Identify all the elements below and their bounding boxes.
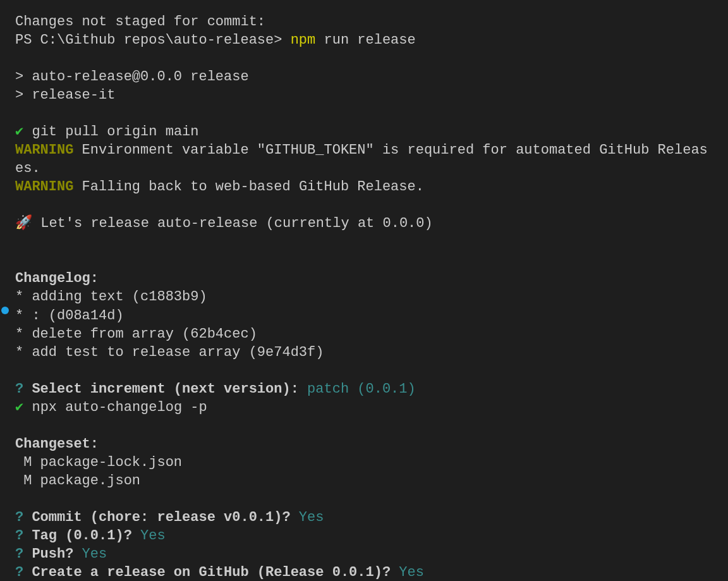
warning-prefix: WARNING bbox=[15, 179, 73, 195]
question-mark-icon: ? bbox=[15, 546, 23, 562]
npm-script-output-2: > release-it bbox=[15, 86, 728, 104]
release-banner: 🚀 Let's release auto-release (currently … bbox=[15, 214, 728, 233]
warning-1: WARNING Environment variable "GITHUB_TOK… bbox=[15, 141, 715, 178]
changelog-item: * adding text (c1883b9) bbox=[15, 288, 728, 306]
tag-prompt: ? Tag (0.0.1)? Yes bbox=[15, 527, 728, 545]
tag-prompt-answer: Yes bbox=[132, 528, 166, 544]
changes-not-staged-msg: Changes not staged for commit: bbox=[15, 13, 728, 31]
npx-changelog-line: ✔ npx auto-changelog -p bbox=[15, 398, 728, 417]
release-banner-msg: Let's release auto-release (currently at… bbox=[32, 216, 433, 231]
warning-2: WARNING Falling back to web-based GitHub… bbox=[15, 178, 728, 196]
commit-prompt-label: Commit (chore: release v0.0.1)? bbox=[23, 510, 290, 525]
check-icon: ✔ bbox=[15, 400, 23, 415]
question-mark-icon: ? bbox=[15, 510, 23, 525]
commit-prompt-answer: Yes bbox=[291, 510, 324, 525]
git-pull-cmd: git pull origin main bbox=[23, 124, 198, 140]
push-prompt-answer: Yes bbox=[73, 546, 107, 562]
ps-prompt: PS C:\Github repos\auto-release> bbox=[15, 32, 291, 48]
check-icon: ✔ bbox=[15, 124, 23, 140]
question-mark-icon: ? bbox=[15, 381, 23, 397]
push-prompt-label: Push? bbox=[23, 546, 73, 562]
git-pull-line: ✔ git pull origin main bbox=[15, 123, 728, 141]
changelog-item: * : (d08a14d) bbox=[15, 307, 728, 325]
question-mark-icon: ? bbox=[15, 528, 23, 544]
question-mark-icon: ? bbox=[15, 565, 23, 580]
push-prompt: ? Push? Yes bbox=[15, 545, 728, 563]
github-release-prompt-answer: Yes bbox=[391, 565, 424, 580]
run-release-arg: run release bbox=[315, 32, 415, 48]
warning-2-msg: Falling back to web-based GitHub Release… bbox=[73, 179, 424, 195]
github-release-prompt-label: Create a release on GitHub (Release 0.0.… bbox=[23, 565, 391, 580]
changeset-item: M package.json bbox=[15, 472, 728, 490]
tag-prompt-label: Tag (0.0.1)? bbox=[23, 528, 132, 544]
terminal-output[interactable]: Changes not staged for commit: PS C:\Git… bbox=[15, 13, 728, 581]
changelog-item: * add test to release array (9e74d3f) bbox=[15, 343, 728, 362]
rocket-icon: 🚀 bbox=[15, 216, 32, 231]
changeset-header: Changeset: bbox=[15, 435, 728, 453]
changelog-header: Changelog: bbox=[15, 269, 728, 288]
commit-prompt: ? Commit (chore: release v0.0.1)? Yes bbox=[15, 508, 728, 527]
npm-cmd: npm bbox=[291, 32, 316, 48]
breakpoint-dot-icon bbox=[1, 307, 9, 314]
warning-prefix: WARNING bbox=[15, 142, 73, 158]
ps-prompt-line: PS C:\Github repos\auto-release> npm run… bbox=[15, 31, 728, 49]
changelog-item: * delete from array (62b4cec) bbox=[15, 325, 728, 343]
select-increment-answer: patch (0.0.1) bbox=[299, 381, 416, 397]
warning-1-msg: Environment variable "GITHUB_TOKEN" is r… bbox=[15, 142, 708, 176]
select-increment-prompt: ? Select increment (next version): patch… bbox=[15, 380, 728, 398]
github-release-prompt: ? Create a release on GitHub (Release 0.… bbox=[15, 563, 728, 581]
npx-changelog-cmd: npx auto-changelog -p bbox=[23, 400, 207, 415]
select-increment-label: Select increment (next version): bbox=[23, 381, 299, 397]
npm-script-output-1: > auto-release@0.0.0 release bbox=[15, 68, 728, 86]
changeset-item: M package-lock.json bbox=[15, 453, 728, 472]
